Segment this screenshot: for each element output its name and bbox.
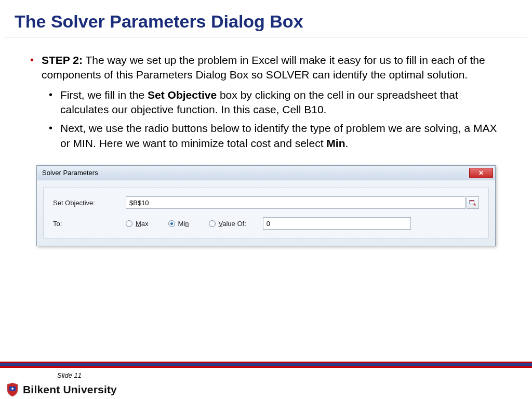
radio-valueof[interactable]: Value Of: (209, 220, 246, 228)
bullet-step2: STEP 2: The way we set up the problem in… (30, 53, 502, 83)
sub1-bold: Set Objective (148, 89, 217, 101)
slide-number: Slide 11 (57, 371, 82, 379)
set-objective-input[interactable] (126, 196, 466, 209)
dialog-titlebar: Solver Parameters ✕ (37, 166, 495, 180)
svg-point-3 (11, 388, 14, 390)
sub2-post: . (345, 137, 349, 149)
bullet-sub-2: Next, we use the radio buttons below to … (49, 121, 502, 151)
radio-max-icon (126, 220, 132, 227)
radio-valueof-icon (209, 220, 216, 227)
refedit-icon (469, 199, 476, 206)
radio-valueof-label: Value Of: (219, 220, 246, 228)
bullet-sub-1: First, we fill in the Set Objective box … (49, 88, 502, 117)
set-objective-label: Set Objective: (53, 199, 126, 207)
footer-bar (0, 362, 532, 368)
radio-min[interactable]: Min (168, 220, 189, 228)
radio-min-icon (168, 220, 175, 227)
step-text: The way we set up the problem in Excel w… (42, 54, 485, 81)
svg-rect-1 (470, 201, 474, 202)
step-label: STEP 2: (42, 54, 83, 66)
to-label: To: (53, 220, 126, 228)
university-name: Bilkent University (23, 383, 117, 396)
sub2-pre: Next, we use the radio buttons below to … (60, 122, 497, 149)
close-button[interactable]: ✕ (469, 168, 493, 178)
slide-body: STEP 2: The way we set up the problem in… (0, 37, 532, 151)
shield-icon (6, 382, 19, 397)
solver-dialog: Solver Parameters ✕ Set Objective: (36, 165, 496, 246)
refedit-button[interactable] (467, 196, 479, 209)
university-brand: Bilkent University (6, 382, 117, 397)
sub1-pre: First, we fill in the (60, 89, 148, 101)
close-icon: ✕ (478, 169, 484, 177)
slide-title: The Solver Parameters Dialog Box (0, 0, 532, 37)
sub2-bold: Min (326, 137, 345, 149)
valueof-input[interactable] (263, 217, 411, 230)
dialog-title: Solver Parameters (42, 169, 98, 177)
radio-max[interactable]: Max (126, 220, 149, 228)
radio-max-label: Max (136, 220, 149, 228)
radio-min-label: Min (178, 220, 189, 228)
